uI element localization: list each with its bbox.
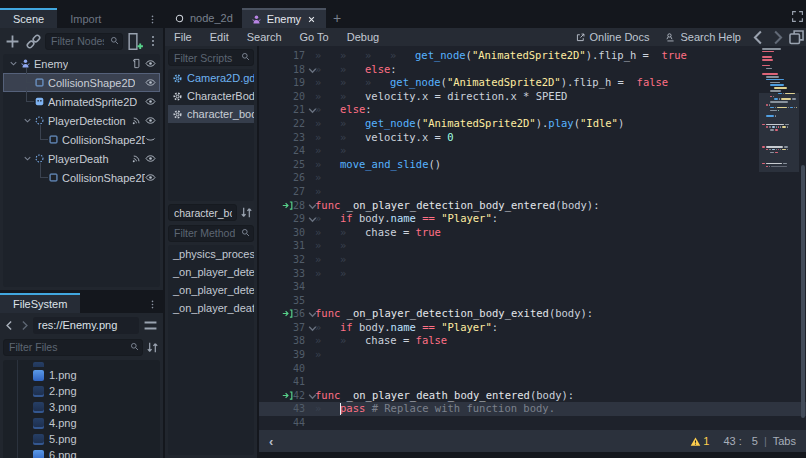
script-name: character_body... — [187, 108, 254, 120]
eye-closed-icon[interactable] — [145, 134, 156, 145]
bottom-strip — [259, 452, 806, 458]
minimap-viewport[interactable] — [759, 93, 799, 172]
fs-sort-icon[interactable] — [145, 338, 160, 356]
script-item[interactable]: character_body... — [168, 105, 254, 123]
fs-split-mode-icon[interactable] — [141, 316, 160, 334]
attach-script-button[interactable] — [125, 32, 144, 50]
editor-tab-label: node_2d — [190, 12, 233, 24]
close-icon[interactable] — [306, 14, 317, 25]
script-menubar: FileEditSearchGo ToDebug Online Docs Sea… — [165, 28, 806, 46]
eye-icon[interactable] — [145, 96, 156, 107]
toggle-scripts-panel-button[interactable]: ‹ — [269, 434, 273, 449]
history-back-icon[interactable] — [749, 28, 768, 46]
online-docs-label: Online Docs — [590, 31, 650, 43]
scene-menu-icon[interactable] — [146, 32, 160, 50]
method-item[interactable]: _on_player_death_... — [168, 299, 254, 317]
menu-edit[interactable]: Edit — [201, 31, 238, 43]
editor-tab-Enemy[interactable]: Enemy — [242, 8, 326, 28]
expand-arrow-icon[interactable] — [21, 115, 34, 126]
menu-search[interactable]: Search — [238, 31, 291, 43]
tree-row-collisionshape2d[interactable]: CollisionShape2D — [3, 130, 160, 149]
eye-icon[interactable] — [145, 153, 156, 164]
expand-arrow-icon[interactable] — [21, 153, 34, 164]
code-line-21: 21»else: — [259, 103, 806, 117]
file-name: 4.png — [49, 417, 77, 429]
new-tab-button[interactable]: + — [326, 8, 348, 28]
file-row-3.png[interactable]: 3.png — [3, 399, 160, 415]
tab-indent-mark: » — [340, 49, 365, 63]
fs-path[interactable]: res://Enemy.png — [33, 317, 139, 334]
tab-indent-mark: » — [340, 226, 365, 240]
fs-back-icon[interactable] — [3, 316, 16, 334]
tab-filesystem[interactable]: FileSystem — [0, 293, 80, 313]
tab-indent-mark: » — [340, 239, 365, 253]
distraction-free-icon[interactable] — [791, 10, 804, 23]
code-minimap[interactable] — [759, 46, 799, 430]
method-item[interactable]: _on_player_detecti... — [168, 281, 254, 299]
tab-import[interactable]: Import — [57, 8, 114, 28]
instance-scene-button[interactable] — [24, 32, 43, 50]
code-line-22: 22»»get_node("AnimatedSprite2D").play("I… — [259, 117, 806, 131]
file-row-6.png[interactable]: 6.png — [3, 447, 160, 458]
scripts-panel: Camera2D.gdCharacterBody...character_bod… — [165, 46, 258, 458]
kebab-menu-icon[interactable] — [147, 14, 163, 28]
signal-icon[interactable] — [131, 115, 142, 126]
code-scrollbar[interactable] — [801, 165, 805, 418]
history-forward-icon[interactable] — [768, 28, 787, 46]
menu-go-to[interactable]: Go To — [291, 31, 338, 43]
tab-indent-mark: » — [340, 90, 365, 104]
code-editor[interactable]: 17»»»»get_node("AnimatedSprite2D").flip_… — [259, 46, 806, 458]
tree-row-animatedsprite2d[interactable]: AnimatedSprite2D — [3, 92, 160, 111]
search-help-button[interactable]: Search Help — [657, 31, 749, 43]
filesystem-menu-icon[interactable] — [147, 299, 163, 313]
script-icon[interactable] — [131, 58, 142, 69]
current-script-field[interactable] — [168, 204, 237, 221]
tab-indent-mark: » — [315, 267, 340, 281]
file-row-1.png[interactable]: 1.png — [3, 367, 160, 383]
warning-count[interactable]: 1 — [703, 435, 709, 447]
godot-editor-window: SceneImport EnemyCollisionShape2DAnimate… — [0, 0, 806, 458]
file-row-4.png[interactable]: 4.png — [3, 415, 160, 431]
tab-scene[interactable]: Scene — [0, 8, 57, 28]
line-number: 34 — [283, 280, 305, 294]
tab-indent-mark: » — [315, 239, 340, 253]
add-node-button[interactable] — [3, 32, 22, 50]
signal-icon[interactable] — [131, 153, 142, 164]
tab-indent-mark: » — [340, 76, 365, 90]
code-line-17: 17»»»»get_node("AnimatedSprite2D").flip_… — [259, 49, 806, 63]
scene-dock-tabbar: SceneImport — [0, 8, 163, 28]
tree-row-playerdeath[interactable]: PlayerDeath — [3, 149, 160, 168]
node-label: CollisionShape2D — [62, 172, 145, 184]
script-name: CharacterBody... — [187, 90, 254, 102]
eye-icon[interactable] — [145, 172, 156, 183]
fs-forward-icon[interactable] — [18, 316, 31, 334]
make-floating-icon[interactable] — [787, 28, 806, 46]
menu-file[interactable]: File — [165, 31, 201, 43]
eye-icon[interactable] — [145, 115, 156, 126]
menu-debug[interactable]: Debug — [338, 31, 388, 43]
line-number: 25 — [283, 158, 305, 172]
editor-tab-node_2d[interactable]: node_2d — [165, 8, 242, 28]
eye-icon[interactable] — [145, 77, 156, 88]
indent-mode[interactable]: Tabs — [773, 435, 796, 447]
method-item[interactable]: _on_player_detecti... — [168, 263, 254, 281]
file-row-partial — [3, 360, 160, 367]
warning-icon[interactable] — [690, 436, 701, 447]
tab-indent-mark: » — [340, 267, 365, 281]
filter-files-input[interactable] — [3, 339, 143, 356]
online-docs-button[interactable]: Online Docs — [567, 31, 658, 43]
line-number: 35 — [283, 294, 305, 308]
script-item[interactable]: Camera2D.gd — [168, 69, 254, 87]
eye-icon[interactable] — [145, 58, 156, 69]
tree-row-playerdetection[interactable]: PlayerDetection — [3, 111, 160, 130]
filter-nodes-wrap — [45, 33, 123, 50]
expand-arrow-icon[interactable] — [7, 58, 20, 69]
line-number: 23 — [283, 131, 305, 145]
tree-row-collisionshape2d[interactable]: CollisionShape2D — [3, 168, 160, 187]
method-sort-icon[interactable] — [239, 204, 254, 222]
file-row-5.png[interactable]: 5.png — [3, 431, 160, 447]
file-row-2.png[interactable]: 2.png — [3, 383, 160, 399]
script-item[interactable]: CharacterBody... — [168, 87, 254, 105]
tab-indent-mark: » — [315, 212, 340, 226]
method-item[interactable]: _physics_process — [168, 245, 254, 263]
